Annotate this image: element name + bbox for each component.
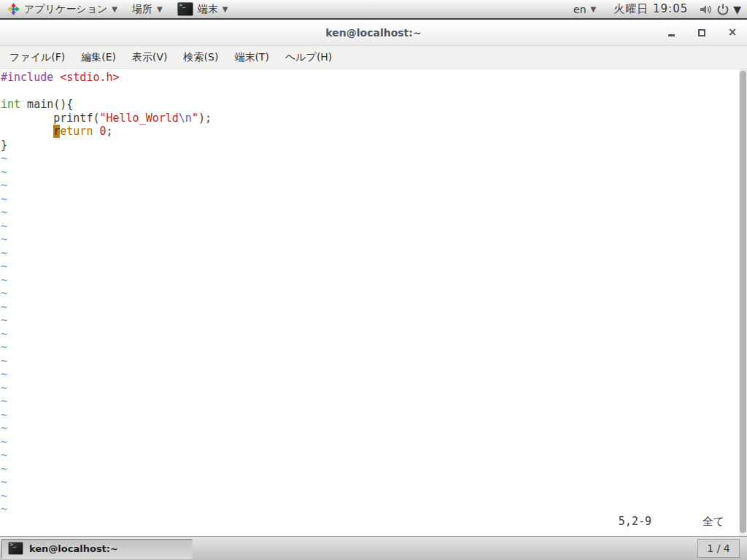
applications-menu[interactable]: アプリケーション ▼ xyxy=(0,0,125,18)
applications-label: アプリケーション xyxy=(24,3,107,16)
tilde-line: ~ xyxy=(1,502,738,516)
chevron-down-icon: ▼ xyxy=(591,5,597,13)
maximize-icon xyxy=(698,29,705,36)
tilde-line: ~ xyxy=(1,219,738,233)
code-line: #include <stdio.h> xyxy=(1,71,738,85)
window-titlebar[interactable]: ken@localhost:~ × xyxy=(0,20,747,46)
tilde-line: ~ xyxy=(1,152,738,166)
bottom-taskbar: ken@localhost:~ 1 / 4 xyxy=(0,536,747,560)
places-label: 場所 xyxy=(132,3,152,16)
keyboard-layout-indicator[interactable]: en ▼ xyxy=(566,4,603,15)
active-app-menu[interactable]: 端末 ▼ xyxy=(170,0,236,18)
panel-status-area: en ▼ 火曜日 19:05 ▼ xyxy=(566,2,747,17)
tilde-line: ~ xyxy=(1,341,738,354)
tilde-line: ~ xyxy=(1,435,738,449)
tilde-line: ~ xyxy=(1,314,738,327)
volume-icon[interactable] xyxy=(698,2,713,17)
terminal-icon xyxy=(177,2,193,16)
menubar-item[interactable]: ファイル(F) xyxy=(1,47,73,68)
applications-pinwheel-icon xyxy=(7,3,20,15)
scrollbar-thumb[interactable] xyxy=(740,71,746,533)
menubar-item[interactable]: 編集(E) xyxy=(73,47,124,68)
tilde-line: ~ xyxy=(1,166,738,179)
power-icon[interactable] xyxy=(716,2,730,17)
chevron-down-icon: ▼ xyxy=(222,5,228,13)
close-button[interactable]: × xyxy=(727,27,738,39)
workspace-switcher[interactable]: 1 / 4 xyxy=(697,539,740,558)
window-controls: × xyxy=(665,20,738,45)
terminal-scrollbar[interactable] xyxy=(739,69,747,536)
keyboard-layout-label: en xyxy=(573,4,587,15)
tilde-line: ~ xyxy=(1,448,738,462)
taskbar-window-button[interactable]: ken@localhost:~ xyxy=(1,539,193,559)
close-icon: × xyxy=(728,27,738,38)
tilde-line: ~ xyxy=(1,179,738,192)
code-line: return 0; xyxy=(1,125,738,139)
tilde-line: ~ xyxy=(1,300,738,314)
tilde-line: ~ xyxy=(1,273,738,287)
tilde-line: ~ xyxy=(1,206,738,219)
tilde-line: ~ xyxy=(1,260,738,273)
menubar-item[interactable]: 検索(S) xyxy=(176,47,227,68)
vim-ruler: 5,2-9 xyxy=(619,515,651,529)
maximize-button[interactable] xyxy=(696,27,708,39)
vim-cursor: r xyxy=(53,125,60,138)
tilde-line: ~ xyxy=(1,246,738,260)
menubar-item[interactable]: 端末(T) xyxy=(226,47,276,68)
desktop: アプリケーション ▼ 場所 ▼ 端末 ▼ en ▼ 火曜日 19:05 xyxy=(0,0,747,560)
editor-lines: #include <stdio.h> int main(){ printf("H… xyxy=(1,71,738,516)
code-line xyxy=(1,85,738,98)
tilde-line: ~ xyxy=(1,475,738,489)
tilde-line: ~ xyxy=(1,368,738,381)
tilde-line: ~ xyxy=(1,462,738,476)
tilde-line: ~ xyxy=(1,381,738,395)
vim-scroll-position: 全て xyxy=(703,515,724,529)
menubar-item[interactable]: ヘルプ(H) xyxy=(277,47,340,68)
minimize-icon xyxy=(668,34,675,36)
tilde-line: ~ xyxy=(1,192,738,206)
places-menu[interactable]: 場所 ▼ xyxy=(125,0,170,18)
tilde-line: ~ xyxy=(1,489,738,503)
tilde-line: ~ xyxy=(1,354,738,368)
top-panel: アプリケーション ▼ 場所 ▼ 端末 ▼ en ▼ 火曜日 19:05 xyxy=(0,0,747,20)
active-app-label: 端末 xyxy=(198,3,218,16)
tilde-line: ~ xyxy=(1,421,738,435)
tilde-line: ~ xyxy=(1,287,738,300)
window-title: ken@localhost:~ xyxy=(325,27,421,39)
chevron-down-icon[interactable]: ▼ xyxy=(733,4,741,15)
tilde-line: ~ xyxy=(1,233,738,246)
tilde-line: ~ xyxy=(1,327,738,341)
tilde-line: ~ xyxy=(1,408,738,422)
menubar-item[interactable]: 表示(V) xyxy=(124,47,176,68)
code-line: } xyxy=(1,139,738,152)
terminal-screen[interactable]: #include <stdio.h> int main(){ printf("H… xyxy=(0,69,747,536)
terminal-menubar: ファイル(F)編集(E)表示(V)検索(S)端末(T)ヘルプ(H) xyxy=(0,46,747,69)
chevron-down-icon: ▼ xyxy=(112,5,117,13)
code-line: int main(){ xyxy=(1,98,738,112)
clock[interactable]: 火曜日 19:05 xyxy=(606,2,695,16)
code-line: printf("Hello_World\n"); xyxy=(1,112,738,125)
minimize-button[interactable] xyxy=(665,27,677,39)
terminal-icon xyxy=(8,542,23,555)
tilde-line: ~ xyxy=(1,394,738,408)
chevron-down-icon: ▼ xyxy=(157,5,163,13)
taskbar-window-label: ken@localhost:~ xyxy=(29,543,118,554)
